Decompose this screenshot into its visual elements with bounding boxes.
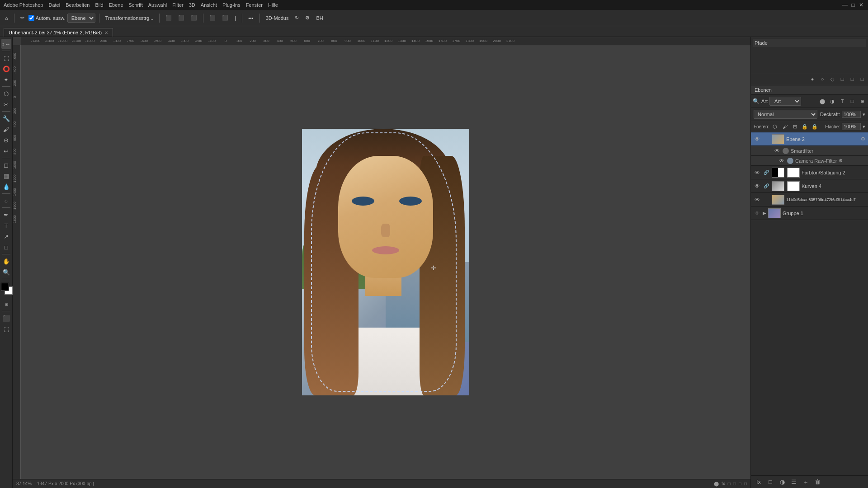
layer-filter-pixel-icon[interactable]: ⬤ xyxy=(818,97,826,105)
layer-filter-text-icon[interactable]: T xyxy=(838,97,846,105)
opacity-input[interactable] xyxy=(842,111,861,118)
distribute-button[interactable]: ⬛ xyxy=(207,14,218,22)
zoom-tool-button[interactable]: 🔍 xyxy=(1,267,11,277)
layer-item-kurven4[interactable]: 👁 🔗 Kurven 4 xyxy=(751,179,868,193)
settings-button[interactable]: ⚙ xyxy=(303,14,312,22)
status-icon-3[interactable]: □ xyxy=(728,481,731,486)
lock-image-icon[interactable]: 🖌 xyxy=(781,122,789,131)
add-mask-button[interactable]: □ xyxy=(765,477,775,487)
rotate-button[interactable]: ↻ xyxy=(292,14,301,22)
opacity-dropdown-arrow[interactable]: ▾ xyxy=(863,112,865,117)
layer-visibility-gruppe1[interactable]: 👁 xyxy=(754,210,761,217)
layer-visibility-farbton2[interactable]: 👁 xyxy=(754,169,761,176)
menu-hilfe[interactable]: Hilfe xyxy=(268,2,278,8)
panel-square3-icon[interactable]: □ xyxy=(858,75,866,83)
eyedropper-tool-button[interactable]: ✂ xyxy=(1,99,11,109)
fx-button[interactable]: BH xyxy=(314,14,325,22)
quick-mask-button[interactable]: ⊞ xyxy=(1,299,11,309)
menu-3d[interactable]: 3D xyxy=(189,2,195,8)
dodge-tool-button[interactable]: ○ xyxy=(1,196,11,206)
layer-settings-ebene2[interactable]: ⚙ xyxy=(861,136,865,142)
layer-effects-button[interactable]: fx xyxy=(754,477,764,487)
layer-dropdown[interactable]: Ebene xyxy=(67,14,95,23)
group-layers-button[interactable]: ☰ xyxy=(789,477,799,487)
lock-all-icon[interactable]: 🔒 xyxy=(811,122,819,131)
fill-input[interactable] xyxy=(842,123,861,130)
gruppe-expand-icon[interactable]: ▶ xyxy=(763,211,766,216)
crop-tool-button[interactable]: ⬡ xyxy=(1,89,11,99)
eraser-tool-button[interactable]: ◻ xyxy=(1,160,11,170)
status-icon-2[interactable]: fx xyxy=(722,481,725,486)
lasso-tool-button[interactable]: ⭕ xyxy=(1,64,11,74)
layer-visibility-smartfilter[interactable]: 👁 xyxy=(774,147,781,155)
transform-control[interactable]: Transformationsstrg... xyxy=(103,14,156,22)
home-button[interactable]: ⌂ xyxy=(3,14,10,22)
auto-select-input[interactable] xyxy=(28,15,34,21)
history-brush-button[interactable]: ↩ xyxy=(1,146,11,156)
align-right-button[interactable]: ⬛ xyxy=(189,14,199,22)
selection-tool-button[interactable]: ⬚ xyxy=(1,53,11,63)
lock-position-icon[interactable]: ⊞ xyxy=(791,122,799,131)
menu-auswahl[interactable]: Auswahl xyxy=(148,2,167,8)
layer-visibility-cameraraw[interactable]: 👁 xyxy=(778,157,785,164)
menu-ebene[interactable]: Ebene xyxy=(109,2,123,8)
gradient-tool-button[interactable]: ▦ xyxy=(1,171,11,181)
blend-mode-dropdown[interactable]: Normal xyxy=(754,110,817,119)
panel-circle-empty-icon[interactable]: ○ xyxy=(818,75,826,83)
menu-filter[interactable]: Filter xyxy=(172,2,183,8)
menu-fenster[interactable]: Fenster xyxy=(246,2,263,8)
layer-visibility-longid[interactable]: 👁 xyxy=(754,196,761,203)
shape-tool-button[interactable]: □ xyxy=(1,242,11,252)
brush-tool-button[interactable]: 🖌 xyxy=(1,124,11,134)
status-icon-4[interactable]: □ xyxy=(733,481,736,486)
heal-tool-button[interactable]: 🔧 xyxy=(1,113,11,123)
maximize-button[interactable]: □ xyxy=(850,2,856,8)
blur-tool-button[interactable]: 💧 xyxy=(1,182,11,192)
align-center-button[interactable]: ⬛ xyxy=(176,14,187,22)
magic-wand-button[interactable]: ✦ xyxy=(1,75,11,84)
document-tab[interactable]: Unbenannt-2 bei 37,1% (Ebene 2, RGB/8) ✕ xyxy=(4,28,113,37)
new-layer-button[interactable]: ＋ xyxy=(801,477,811,487)
layer-filter-shape-icon[interactable]: □ xyxy=(848,97,856,105)
panel-diamond-icon[interactable]: ◇ xyxy=(828,75,836,83)
status-icon-5[interactable]: □ xyxy=(739,481,741,486)
align-left-button[interactable]: ⬛ xyxy=(163,14,174,22)
delete-layer-button[interactable]: 🗑 xyxy=(812,477,822,487)
status-icon-6[interactable]: □ xyxy=(744,481,747,486)
stamp-tool-button[interactable]: ⊕ xyxy=(1,135,11,145)
status-icon-1[interactable]: ⬤ xyxy=(714,481,719,486)
layer-item-gruppe1[interactable]: 👁 ▶ Gruppe 1 xyxy=(751,206,868,220)
menu-plugins[interactable]: Plug-ins xyxy=(222,2,241,8)
layer-item-ebene2[interactable]: 👁 Ebene 2 ⚙ xyxy=(751,132,868,146)
distribute3-button[interactable]: | xyxy=(232,14,238,22)
panel-circle-icon[interactable]: ● xyxy=(808,75,816,83)
adjustment-layer-button[interactable]: ◑ xyxy=(777,477,787,487)
hand-tool-button[interactable]: ✋ xyxy=(1,256,11,266)
panel-square2-icon[interactable]: □ xyxy=(848,75,856,83)
art-filter-dropdown[interactable]: Art xyxy=(769,97,801,106)
minimize-button[interactable]: — xyxy=(842,2,848,8)
panel-square-icon[interactable]: □ xyxy=(838,75,846,83)
menu-datei[interactable]: Datei xyxy=(48,2,60,8)
more-options-button[interactable]: ••• xyxy=(246,14,256,22)
lock-artboard-icon[interactable]: 🔒 xyxy=(801,122,809,131)
3d-mode-button[interactable]: 3D-Modus xyxy=(264,14,291,22)
layer-visibility-kurven4[interactable]: 👁 xyxy=(754,183,761,190)
lock-transparent-icon[interactable]: ⬡ xyxy=(771,122,779,131)
distribute2-button[interactable]: ⬛ xyxy=(220,14,231,22)
artboard-button[interactable]: ⬚ xyxy=(1,324,11,334)
menu-ansicht[interactable]: Ansicht xyxy=(201,2,217,8)
screen-mode-button[interactable]: ⬛ xyxy=(1,313,11,323)
move-tool-button[interactable]: ↕↔ xyxy=(1,39,11,49)
path-select-button[interactable]: ↗ xyxy=(1,231,11,241)
cameraraw-settings[interactable]: ⚙ xyxy=(839,158,843,163)
layer-item-farbton2[interactable]: 👁 🔗 Farbton/Sättigung 2 xyxy=(751,166,868,179)
auto-select-checkbox[interactable]: Autom. ausw. xyxy=(28,15,66,21)
foreground-color-swatch[interactable] xyxy=(1,283,9,291)
menu-schrift[interactable]: Schrift xyxy=(129,2,143,8)
menu-bearbeiten[interactable]: Bearbeiten xyxy=(66,2,90,8)
layer-filter-smart-icon[interactable]: ⊕ xyxy=(858,97,866,105)
layer-filter-adjust-icon[interactable]: ◑ xyxy=(828,97,836,105)
layer-visibility-ebene2[interactable]: 👁 xyxy=(754,136,761,143)
layer-item-longid[interactable]: 👁 11b0d5dcae835708d472f6d3f14ca4c7 xyxy=(751,193,868,206)
